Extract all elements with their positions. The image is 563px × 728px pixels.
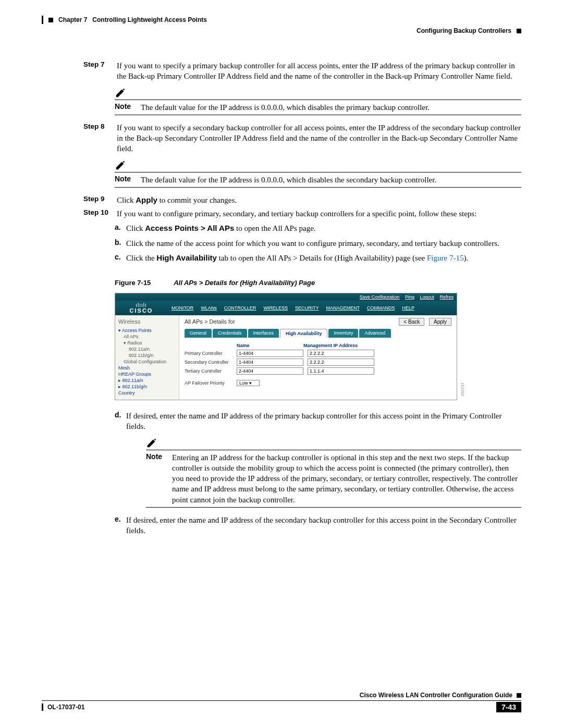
tab-credentials[interactable]: Credentials: [213, 329, 247, 338]
step9-text: Click Apply to commit your changes.: [117, 195, 521, 205]
substep-d-text: If desired, enter the name and IP addres…: [126, 411, 521, 432]
figure-label: Figure 7-15: [115, 279, 172, 287]
header-sub-block: [517, 29, 521, 33]
menu-wireless[interactable]: WIRELESS: [263, 305, 288, 311]
pencil-icon: [146, 437, 157, 449]
step7-text: If you want to specify a primary backup …: [117, 60, 521, 82]
pencil-icon: [115, 87, 126, 98]
footer-block: [517, 693, 521, 698]
sidebar-80211an-2[interactable]: ▸ 802.11a/n: [118, 378, 176, 383]
secondary-label: Secondary Controller: [185, 360, 237, 365]
ss-topbar: Save Configuration Ping Logout Refres: [115, 293, 457, 301]
tertiary-name-input[interactable]: 2-4404: [237, 367, 303, 375]
sidebar-80211an[interactable]: 802.11a/n: [129, 347, 176, 352]
substep-d-letter: d.: [115, 411, 126, 432]
step10-text: If you want to configure primary, second…: [117, 208, 521, 219]
substep-e-text: If desired, enter the name and IP addres…: [126, 515, 521, 536]
sidebar-radios[interactable]: ▾ Radios: [124, 340, 176, 346]
chapter-title: Controlling Lightweight Access Points: [92, 16, 207, 23]
tab-inventory[interactable]: Inventory: [328, 329, 358, 338]
substep-b-text: Click the name of the access point for w…: [126, 238, 521, 249]
col-ip: Management IP Address: [303, 343, 358, 348]
tab-high-availability[interactable]: High Availability: [280, 329, 327, 338]
header-sub: Configuring Backup Controllers: [42, 27, 521, 34]
header-block: [48, 18, 53, 22]
secondary-ip-input[interactable]: 2.2.2.2: [308, 359, 374, 366]
ss-save-config[interactable]: Save Configuration: [360, 294, 400, 300]
ss-sidebar: Wireless ▾ Access Points All APs ▾ Radio…: [115, 315, 179, 400]
ss-main-menu: MONITOR WLANs CONTROLLER WIRELESS SECURI…: [167, 305, 414, 311]
pencil-icon: [115, 159, 126, 171]
substep-c-text: Click the High Availability tab to open …: [126, 253, 521, 263]
substep-b-letter: b.: [115, 238, 126, 249]
primary-name-input[interactable]: 1-4404: [237, 350, 303, 357]
menu-monitor[interactable]: MONITOR: [172, 305, 193, 311]
tab-interfaces[interactable]: Interfaces: [248, 329, 279, 338]
step8-text: If you want to specify a secondary backu…: [117, 122, 521, 154]
back-button[interactable]: < Back: [399, 318, 424, 326]
ss-logout[interactable]: Logout: [420, 294, 434, 300]
col-name: Name: [237, 343, 303, 348]
header-bar: [42, 16, 43, 24]
sidebar-hreap[interactable]: HREAP Groups: [118, 372, 176, 377]
menu-management[interactable]: MANAGEMENT: [326, 305, 360, 311]
section-title: Configuring Backup Controllers: [417, 27, 511, 34]
ss-refresh[interactable]: Refres: [439, 294, 454, 300]
header-top: Chapter 7 Controlling Lightweight Access…: [42, 16, 521, 24]
tertiary-ip-input[interactable]: 1.1.1.4: [308, 367, 374, 375]
step7-note-text: The default value for the IP address is …: [141, 102, 521, 113]
substep-a-letter: a.: [115, 223, 126, 233]
tertiary-label: Tertiary Controller: [185, 368, 237, 374]
failover-label: AP Failover Priority: [185, 380, 237, 386]
ss-ping[interactable]: Ping: [405, 294, 414, 300]
sidebar-access-points[interactable]: ▾ Access Points: [118, 328, 176, 333]
step8-label: Step 8: [83, 122, 117, 154]
footer-bar: [42, 704, 43, 711]
step8-note-label: Note: [115, 175, 141, 185]
sidebar-mesh[interactable]: Mesh: [118, 365, 176, 371]
figure-watermark: 250737: [460, 382, 465, 397]
footer-guide: Cisco Wireless LAN Controller Configurat…: [360, 692, 512, 699]
screenshot-figure: Save Configuration Ping Logout Refres ıl…: [115, 293, 457, 400]
secondary-name-input[interactable]: 1-4404: [237, 359, 303, 366]
primary-label: Primary Controller: [185, 351, 237, 356]
sidebar-all-aps[interactable]: All APs: [124, 334, 176, 339]
sidebar-title: Wireless: [118, 318, 176, 325]
step10-label: Step 10: [83, 208, 117, 219]
menu-security[interactable]: SECURITY: [295, 305, 319, 311]
substep-a-text: Click Access Points > All APs to open th…: [126, 223, 521, 233]
sidebar-global-config[interactable]: Global Configuration: [124, 359, 176, 364]
footer-docnum: OL-17037-01: [47, 704, 84, 711]
substep-c-letter: c.: [115, 253, 126, 263]
substep-e-letter: e.: [115, 515, 126, 536]
step7-label: Step 7: [83, 60, 117, 82]
ss-page-title: All APs > Details for: [185, 318, 235, 325]
step7-note-label: Note: [115, 102, 141, 113]
figure-link[interactable]: Figure 7-15: [427, 254, 463, 262]
substep-d-note-label: Note: [146, 452, 172, 505]
primary-ip-input[interactable]: 2.2.2.2: [308, 350, 374, 357]
apply-button[interactable]: Apply: [429, 318, 451, 326]
menu-wlans[interactable]: WLANs: [201, 305, 217, 311]
step9-label: Step 9: [83, 195, 117, 205]
tab-advanced[interactable]: Advanced: [359, 329, 390, 338]
chapter-label: Chapter 7: [58, 16, 87, 23]
figure-caption: All APs > Details for (High Availability…: [174, 279, 315, 287]
sidebar-country[interactable]: Country: [118, 390, 176, 396]
tab-general[interactable]: General: [185, 329, 212, 338]
cisco-logo: ılıılı CISCO: [115, 303, 167, 314]
step8-note-text: The default value for the IP address is …: [141, 175, 521, 185]
menu-help[interactable]: HELP: [402, 305, 414, 311]
failover-select[interactable]: Low ▾: [237, 380, 260, 386]
substep-d-note-text: Entering an IP address for the backup co…: [172, 452, 521, 505]
page-number: 7-43: [496, 702, 521, 712]
menu-controller[interactable]: CONTROLLER: [224, 305, 256, 311]
sidebar-80211bgn-2[interactable]: ▸ 802.11b/g/n: [118, 384, 176, 389]
menu-commands[interactable]: COMMANDS: [367, 305, 395, 311]
sidebar-80211bgn[interactable]: 802.11b/g/n: [129, 353, 176, 358]
